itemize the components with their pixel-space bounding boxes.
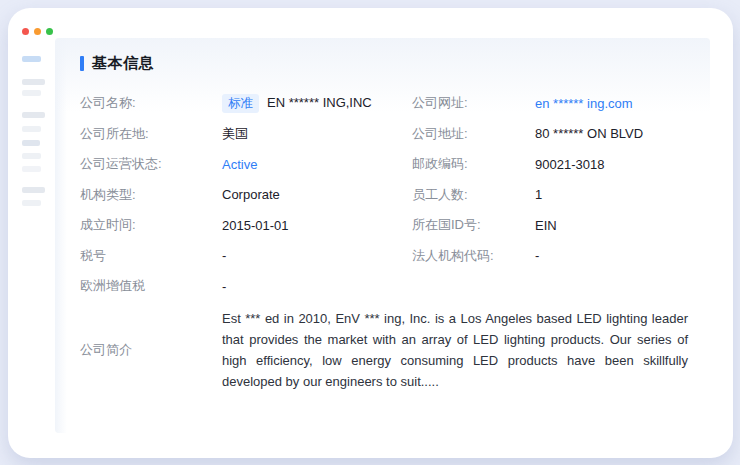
sidebar-skeleton-item — [22, 126, 41, 132]
zoom-window-icon[interactable] — [46, 28, 53, 35]
section-accent-bar — [80, 56, 84, 71]
field-row-company-name: 公司名称: 标准EN ****** ING,INC 公司网址: en *****… — [80, 88, 690, 119]
field-value-company-location: 美国 — [222, 125, 412, 143]
sidebar-skeleton-item — [22, 112, 45, 118]
sidebar-skeleton-item — [22, 166, 41, 172]
field-row-eu-vat: 欧洲增值税 - — [80, 271, 690, 302]
sidebar-skeleton-item — [22, 200, 41, 206]
sidebar-skeleton-item — [22, 153, 41, 159]
field-row-founded-date: 成立时间: 2015-01-01 所在国ID号: EIN — [80, 210, 690, 241]
section-header: 基本信息 — [80, 53, 690, 73]
standard-badge: 标准 — [222, 94, 259, 113]
company-website-link[interactable]: en ****** ing.com — [535, 96, 690, 111]
field-value-founded-date: 2015-01-01 — [222, 218, 412, 233]
field-value-company-name: 标准EN ****** ING,INC — [222, 94, 412, 113]
close-window-icon[interactable] — [22, 28, 29, 35]
field-value-tax-number: - — [222, 248, 412, 263]
field-value-entity-type: Corporate — [222, 187, 412, 202]
minimize-window-icon[interactable] — [34, 28, 41, 35]
window-controls — [22, 28, 53, 35]
field-row-company-profile: 公司简介 Est *** ed in 2010, EnV *** ing, In… — [80, 308, 690, 392]
field-row-tax-number: 税号 - 法人机构代码: - — [80, 241, 690, 272]
field-label-founded-date: 成立时间: — [80, 216, 222, 234]
status-badge-active: Active — [222, 157, 412, 172]
field-label-employee-count: 员工人数: — [412, 186, 535, 204]
section-title: 基本信息 — [92, 54, 154, 73]
field-rows: 公司名称: 标准EN ****** ING,INC 公司网址: en *****… — [80, 88, 690, 392]
sidebar-skeleton-item — [22, 140, 40, 146]
field-value-postal-code: 90021-3018 — [535, 157, 690, 172]
field-value-legal-entity-code: - — [535, 248, 690, 263]
field-row-company-location: 公司所在地: 美国 公司地址: 80 ****** ON BLVD — [80, 119, 690, 150]
sidebar-skeleton-item-active — [22, 56, 41, 62]
company-profile-text: Est *** ed in 2010, EnV *** ing, Inc. is… — [222, 308, 690, 392]
field-label-operating-status: 公司运营状态: — [80, 155, 222, 173]
field-label-tax-number: 税号 — [80, 247, 222, 265]
field-label-entity-type: 机构类型: — [80, 186, 222, 204]
field-value-country-id-type: EIN — [535, 218, 690, 233]
app-window: 基本信息 公司名称: 标准EN ****** ING,INC 公司网址: en … — [8, 8, 733, 458]
field-label-legal-entity-code: 法人机构代码: — [412, 247, 535, 265]
field-row-operating-status: 公司运营状态: Active 邮政编码: 90021-3018 — [80, 149, 690, 180]
sidebar-skeleton-item — [22, 79, 45, 85]
field-label-company-name: 公司名称: — [80, 94, 222, 112]
field-value-eu-vat: - — [222, 279, 412, 294]
field-label-company-profile: 公司简介 — [80, 341, 222, 359]
company-name-text: EN ****** ING,INC — [267, 95, 372, 110]
basic-info-panel: 基本信息 公司名称: 标准EN ****** ING,INC 公司网址: en … — [55, 38, 710, 433]
field-label-company-website: 公司网址: — [412, 94, 535, 112]
field-label-postal-code: 邮政编码: — [412, 155, 535, 173]
field-row-entity-type: 机构类型: Corporate 员工人数: 1 — [80, 180, 690, 211]
field-value-company-address: 80 ****** ON BLVD — [535, 126, 690, 141]
sidebar-skeleton-item — [22, 90, 41, 96]
field-label-eu-vat: 欧洲增值税 — [80, 277, 222, 295]
field-label-country-id-type: 所在国ID号: — [412, 216, 535, 234]
field-value-employee-count: 1 — [535, 187, 690, 202]
field-label-company-address: 公司地址: — [412, 125, 535, 143]
sidebar-skeleton-item — [22, 187, 45, 193]
field-label-company-location: 公司所在地: — [80, 125, 222, 143]
